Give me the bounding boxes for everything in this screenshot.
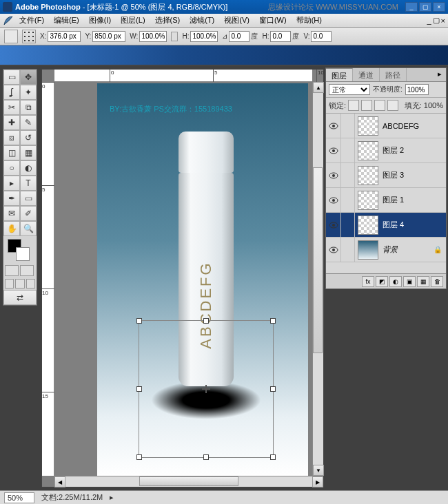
vskew-field[interactable]: 0.0 — [311, 31, 332, 42]
marquee-tool[interactable]: ▭ — [3, 70, 20, 85]
slice-tool[interactable]: ⧉ — [20, 100, 37, 115]
menu-file[interactable]: 文件(F) — [15, 14, 48, 27]
menu-help[interactable]: 帮助(H) — [292, 14, 326, 27]
type-tool[interactable]: T — [20, 176, 37, 191]
handle-tr[interactable] — [270, 318, 276, 324]
menu-filter[interactable]: 滤镜(T) — [185, 14, 218, 27]
link-cell[interactable] — [341, 188, 355, 213]
menu-view[interactable]: 视图(V) — [220, 14, 254, 27]
standard-mode-icon[interactable] — [5, 265, 19, 276]
jump-to-imageready[interactable]: ⇄ — [3, 290, 37, 305]
screen-full-menu-icon[interactable] — [15, 279, 24, 288]
lasso-tool[interactable]: ʆ — [3, 85, 20, 100]
link-cell[interactable] — [341, 138, 355, 163]
layer-row[interactable]: 背景🔒 — [326, 238, 446, 262]
hskew-field[interactable]: 0.0 — [270, 31, 291, 42]
layer-thumbnail[interactable] — [358, 141, 378, 160]
eyedropper-tool[interactable]: ✐ — [20, 206, 37, 221]
history-brush-tool[interactable]: ↺ — [20, 130, 37, 145]
screen-std-icon[interactable] — [5, 279, 14, 288]
handle-bc[interactable] — [203, 454, 209, 460]
opacity-field[interactable]: 100% — [405, 84, 429, 95]
layer-adjust-icon[interactable]: ◐ — [389, 276, 402, 287]
y-field[interactable]: 850.0 px — [92, 31, 125, 42]
layer-mask-icon[interactable]: ◩ — [376, 276, 388, 287]
zoom-field[interactable]: 50% — [4, 492, 34, 503]
brush-tool[interactable]: ✎ — [20, 115, 37, 130]
layer-new-icon[interactable]: ▦ — [417, 276, 429, 287]
crop-tool[interactable]: ✂ — [3, 100, 20, 115]
menu-layer[interactable]: 图层(L) — [116, 14, 149, 27]
link-cell[interactable] — [341, 114, 355, 138]
visibility-eye-icon[interactable] — [326, 213, 341, 238]
lock-transparent-icon[interactable] — [348, 100, 359, 111]
layer-thumbnail[interactable] — [358, 166, 378, 185]
layer-thumbnail[interactable] — [358, 216, 378, 235]
minimize-button[interactable]: _ — [405, 2, 418, 12]
layer-row[interactable]: ABCDEFG — [326, 114, 446, 138]
link-wh-icon[interactable] — [171, 32, 178, 41]
x-field[interactable]: 376.0 px — [48, 31, 81, 42]
transform-ref-point[interactable] — [4, 30, 18, 43]
visibility-eye-icon[interactable] — [326, 138, 341, 163]
layer-thumbnail[interactable] — [358, 191, 378, 210]
tab-paths[interactable]: 路径 — [380, 68, 407, 81]
ruler-vertical[interactable]: 0 5 10 15 — [42, 82, 54, 476]
transform-center-icon[interactable] — [202, 385, 210, 393]
handle-ml[interactable] — [136, 386, 142, 392]
eraser-tool[interactable]: ◫ — [3, 145, 20, 160]
path-select-tool[interactable]: ▸ — [3, 176, 20, 191]
background-swatch[interactable] — [16, 247, 30, 261]
handle-tl[interactable] — [136, 318, 142, 324]
wand-tool[interactable]: ✦ — [20, 85, 37, 100]
layer-fx-icon[interactable]: fx — [362, 276, 374, 287]
layer-name[interactable]: 图层 2 — [381, 145, 404, 156]
gradient-tool[interactable]: ▦ — [20, 145, 37, 160]
scrollbar-vertical[interactable]: ▲▼ — [312, 82, 323, 476]
handle-tc[interactable] — [203, 318, 209, 324]
w-field[interactable]: 100.0% — [139, 31, 167, 42]
close-button[interactable]: × — [433, 2, 445, 12]
layer-thumbnail[interactable] — [358, 116, 378, 136]
screen-full-icon[interactable] — [26, 279, 35, 288]
menu-select[interactable]: 选择(S) — [151, 14, 185, 27]
stamp-tool[interactable]: ⧇ — [3, 130, 20, 145]
pen-tool[interactable]: ✒ — [3, 191, 20, 206]
layer-row[interactable]: 图层 1 — [326, 188, 446, 213]
handle-mr[interactable] — [270, 386, 276, 392]
blur-tool[interactable]: ○ — [3, 160, 20, 176]
visibility-eye-icon[interactable] — [326, 188, 341, 213]
ref-grid[interactable] — [22, 30, 36, 43]
doc-close[interactable]: × — [441, 17, 445, 25]
visibility-eye-icon[interactable] — [326, 114, 341, 138]
lock-all-icon[interactable] — [387, 100, 398, 111]
angle-field[interactable]: 0.0 — [229, 31, 250, 42]
layer-thumbnail[interactable] — [358, 240, 378, 260]
tab-channels[interactable]: 通道 — [353, 68, 380, 81]
link-cell[interactable] — [341, 238, 355, 262]
dodge-tool[interactable]: ◐ — [20, 160, 37, 176]
visibility-eye-icon[interactable] — [326, 163, 341, 188]
fill-field[interactable]: 100% — [424, 101, 443, 109]
panel-menu-icon[interactable]: ▸ — [434, 68, 446, 81]
shape-tool[interactable]: ▭ — [20, 191, 37, 206]
zoom-tool[interactable]: 🔍 — [20, 221, 37, 236]
transform-bounding-box[interactable] — [139, 320, 274, 458]
h-field[interactable]: 100.0% — [190, 31, 218, 42]
handle-br[interactable] — [270, 454, 276, 460]
menu-edit[interactable]: 编辑(E) — [50, 14, 83, 27]
heal-tool[interactable]: ✚ — [3, 115, 20, 130]
layer-name[interactable]: 图层 1 — [381, 195, 404, 205]
handle-bl[interactable] — [136, 454, 142, 460]
layer-name[interactable]: ABCDEFG — [381, 122, 419, 130]
lock-position-icon[interactable] — [374, 100, 385, 111]
doc-restore[interactable]: ▢ — [433, 16, 440, 25]
layer-group-icon[interactable]: ▣ — [403, 276, 416, 287]
scrollbar-horizontal[interactable]: ◀▶ — [54, 476, 323, 487]
hand-tool[interactable]: ✋ — [3, 221, 20, 236]
ruler-horizontal[interactable]: 0 5 10 — [54, 70, 312, 82]
maximize-button[interactable]: ▢ — [419, 2, 431, 12]
layer-delete-icon[interactable]: 🗑 — [431, 276, 443, 287]
quickmask-mode-icon[interactable] — [20, 265, 34, 276]
layer-row[interactable]: 图层 4 — [326, 213, 446, 238]
